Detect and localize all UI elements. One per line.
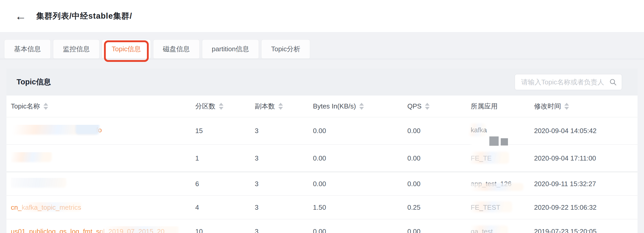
redaction-smear	[11, 152, 52, 162]
topic-name-link[interactable]	[11, 152, 54, 163]
back-arrow-icon[interactable]: ←	[15, 10, 26, 22]
column-header-label: Bytes In(KB/s)	[313, 102, 356, 110]
topic-name-link[interactable]: fo	[11, 125, 117, 135]
modified-time-cell: 2020-09-04 17:11:00	[534, 154, 638, 162]
partitions-cell: 1	[195, 154, 255, 162]
tab-监控信息[interactable]: 监控信息	[53, 39, 100, 59]
replicas-cell: 3	[255, 180, 313, 188]
app-name: FE_TEST	[471, 203, 500, 212]
bytes-in-cell: 0.00	[313, 228, 407, 233]
app-name: app_test_126	[471, 179, 512, 188]
sort-carets-icon[interactable]	[425, 103, 430, 110]
tab-bar: 基本信息监控信息Topic信息磁盘信息partition信息Topic分析	[0, 39, 644, 59]
tab-partition信息[interactable]: partition信息	[202, 39, 259, 59]
column-header[interactable]: QPS	[407, 102, 471, 110]
table-row[interactable]: 1 3 0.00 0.00 FE_TE 2020-09-04 17:11:00	[6, 145, 638, 172]
tab-Topic信息[interactable]: Topic信息	[102, 39, 151, 59]
sort-carets-icon[interactable]	[219, 103, 223, 110]
qps-cell: 0.00	[407, 154, 471, 162]
table-row[interactable]: fo 15 3 0.00 0.00 kafka 2020-09-04 14:05…	[6, 117, 638, 145]
redaction-smear	[11, 178, 66, 188]
app-name-text: kafka	[471, 126, 487, 134]
redaction-smear	[11, 125, 97, 135]
app-name: FE_TE	[471, 154, 492, 163]
partitions-cell: 6	[195, 180, 255, 188]
sort-carets-icon[interactable]	[564, 103, 569, 110]
topic-name-suffix: fo	[96, 125, 102, 135]
partitions-cell: 15	[195, 127, 255, 135]
bytes-in-cell: 0.00	[313, 180, 407, 188]
replicas-cell: 3	[255, 228, 313, 233]
search-box[interactable]	[515, 74, 622, 90]
column-header-label: 所属应用	[471, 102, 498, 111]
sort-carets-icon[interactable]	[43, 103, 48, 110]
topic-cell: cn_kafka_topic_metrics	[11, 202, 195, 213]
column-header[interactable]: Bytes In(KB/s)	[313, 102, 407, 110]
column-header-label: QPS	[407, 102, 422, 110]
page-header: ← 集群列表/中经stable集群/	[0, 0, 644, 32]
modified-time-cell: 2020-09-11 15:32:27	[534, 180, 638, 188]
app-name-text: FE_TEST	[471, 203, 500, 211]
topic-name-link[interactable]	[11, 178, 68, 188]
column-header[interactable]: 副本数	[255, 102, 313, 111]
search-icon[interactable]	[609, 78, 617, 86]
column-header[interactable]: 修改时间	[534, 102, 638, 111]
page: ← 集群列表/中经stable集群/ 基本信息监控信息Topic信息磁盘信息pa…	[0, 0, 644, 233]
table-row[interactable]: 6 3 0.00 0.00 app_test_126 2020-09-11 15…	[6, 172, 638, 196]
tab-label: 基本信息	[14, 45, 41, 54]
table-header-row: Topic名称分区数副本数Bytes In(KB/s)QPS所属应用修改时间	[6, 96, 638, 117]
modified-time-cell: 2020-09-04 14:05:42	[534, 127, 638, 135]
table-row[interactable]: cn_kafka_topic_metrics 4 3 1.50 0.25 FE_…	[6, 196, 638, 219]
replicas-cell: 3	[255, 203, 313, 212]
app-name-text: FE_TE	[471, 154, 492, 162]
topic-name-link[interactable]: us01_publiclog_gs_log_fmt_sql_2019_07_20…	[11, 226, 164, 233]
tab-磁盘信息[interactable]: 磁盘信息	[153, 39, 200, 59]
qps-cell: 0.00	[407, 127, 471, 135]
tab-label: 磁盘信息	[163, 45, 190, 54]
tab-label: partition信息	[212, 45, 249, 54]
tab-基本信息[interactable]: 基本信息	[4, 39, 51, 59]
column-header[interactable]: 分区数	[195, 102, 255, 111]
redaction-smear	[76, 125, 99, 135]
redaction-blocks	[472, 136, 508, 146]
topic-cell: fo	[11, 125, 195, 137]
modified-time-cell: 2020-09-22 15:06:32	[534, 203, 638, 212]
tab-label: 监控信息	[63, 45, 90, 54]
app-name: qa_test	[471, 227, 493, 233]
column-header-label: 修改时间	[534, 102, 561, 111]
app-name: kafka	[471, 126, 487, 134]
column-header[interactable]: Topic名称	[11, 102, 195, 111]
app-cell: FE_TE	[471, 154, 534, 163]
partitions-cell: 10	[195, 228, 255, 233]
qps-cell: 0.00	[407, 180, 471, 188]
column-header-label: 分区数	[195, 102, 215, 111]
topic-info-panel: Topic信息 Topic名称分区数副本数Bytes In(KB/s)QPS所属…	[6, 69, 638, 233]
tab-label: Topic分析	[271, 45, 300, 54]
topic-name-link[interactable]: cn_kafka_topic_metrics	[11, 202, 81, 213]
tab-label: Topic信息	[112, 45, 141, 54]
sort-carets-icon[interactable]	[359, 103, 364, 110]
bytes-in-cell: 0.00	[313, 127, 407, 135]
partitions-cell: 4	[195, 203, 255, 212]
column-header-label: Topic名称	[11, 102, 40, 111]
column-header-label: 副本数	[255, 102, 275, 111]
topic-cell	[11, 152, 195, 164]
app-cell: app_test_126	[471, 179, 534, 188]
topic-cell	[11, 178, 195, 190]
page-title: 集群列表/中经stable集群/	[36, 11, 132, 21]
replicas-cell: 3	[255, 127, 313, 135]
column-header: 所属应用	[471, 102, 534, 111]
table-body: fo 15 3 0.00 0.00 kafka 2020-09-04 14:05…	[6, 117, 638, 233]
search-input[interactable]	[521, 78, 609, 86]
tab-Topic分析[interactable]: Topic分析	[261, 39, 310, 59]
qps-cell: 0.00	[407, 228, 471, 233]
bytes-in-cell: 1.50	[313, 203, 407, 212]
panel-header: Topic信息	[6, 69, 638, 96]
app-cell: kafka	[471, 127, 534, 135]
sort-carets-icon[interactable]	[278, 103, 283, 110]
panel-title: Topic信息	[17, 77, 51, 87]
bytes-in-cell: 0.00	[313, 154, 407, 162]
qps-cell: 0.25	[407, 203, 471, 212]
table-row[interactable]: us01_publiclog_gs_log_fmt_sql_2019_07_20…	[6, 219, 638, 233]
replicas-cell: 3	[255, 154, 313, 162]
